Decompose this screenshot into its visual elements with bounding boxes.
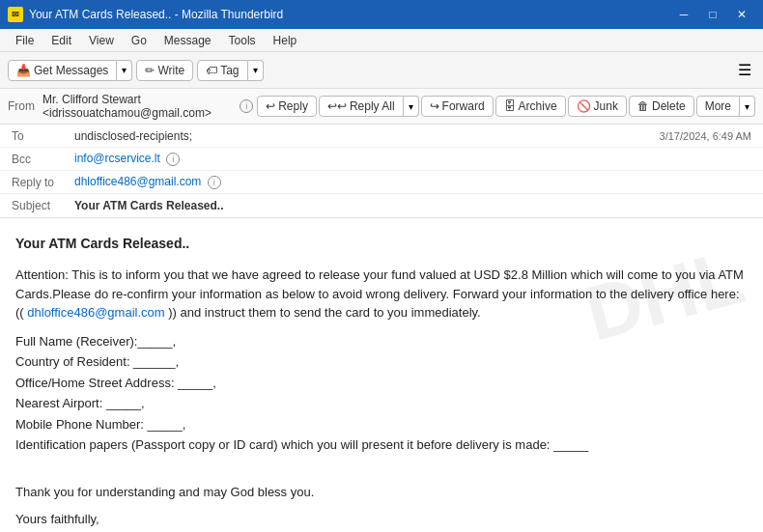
forward-button[interactable]: ↪ Forward <box>421 96 494 117</box>
action-buttons: ↩ Reply ↩↩ Reply All ▾ ↪ Forward 🗄 Archi… <box>257 96 755 117</box>
replyto-email-link[interactable]: dhloffice486@gmail.com <box>74 175 201 188</box>
menu-edit[interactable]: Edit <box>43 32 79 49</box>
date-value: 3/17/2024, 6:49 AM <box>660 130 751 142</box>
get-messages-dropdown[interactable]: ▾ <box>117 60 132 81</box>
more-label: More <box>705 99 731 113</box>
reply-all-group: ↩↩ Reply All ▾ <box>319 96 419 117</box>
write-button[interactable]: ✏ Write <box>136 60 193 81</box>
replyto-value: dhloffice486@gmail.com i <box>74 175 751 189</box>
tag-dropdown[interactable]: ▾ <box>248 60 264 81</box>
menu-go[interactable]: Go <box>124 32 155 49</box>
email-body: DHL Your ATM Cards Released.. Attention:… <box>0 218 763 532</box>
reply-all-dropdown[interactable]: ▾ <box>404 96 419 117</box>
get-messages-group: 📥 Get Messages ▾ <box>8 60 132 81</box>
archive-button[interactable]: 🗄 Archive <box>495 96 566 117</box>
reply-label: Reply <box>278 99 308 113</box>
delete-icon: 🗑 <box>637 99 649 113</box>
toolbar-menu-icon[interactable]: ☰ <box>734 57 755 83</box>
junk-button[interactable]: 🚫 Junk <box>568 96 627 117</box>
reply-button[interactable]: ↩ Reply <box>257 96 317 117</box>
titlebar: ✉ Your ATM Cards Released.. - Mozilla Th… <box>0 0 763 29</box>
delete-label: Delete <box>652 99 686 113</box>
menu-message[interactable]: Message <box>156 32 219 49</box>
bcc-label: Bcc <box>12 153 74 166</box>
junk-label: Junk <box>594 99 618 113</box>
write-icon: ✏ <box>145 64 155 77</box>
restore-button[interactable]: □ <box>699 5 726 24</box>
subject-value: Your ATM Cards Released.. <box>74 199 751 212</box>
menu-help[interactable]: Help <box>266 32 305 49</box>
delete-button[interactable]: 🗑 Delete <box>629 96 694 117</box>
closing-text: Thank you for understanding and may God … <box>15 485 314 499</box>
from-value: Mr. Clifford Stewart <idrissouatchamou@g… <box>42 93 233 120</box>
get-messages-icon: 📥 <box>16 64 31 77</box>
window-title: Your ATM Cards Released.. - Mozilla Thun… <box>29 8 670 21</box>
signature: Yours faithfully, Mr. Mark James Contact… <box>15 510 748 533</box>
tag-label: Tag <box>220 64 239 77</box>
bcc-row: Bcc info@rcservice.lt i <box>0 148 763 171</box>
to-value: undisclosed-recipients; <box>74 129 660 143</box>
write-label: Write <box>157 64 184 77</box>
get-messages-button[interactable]: 📥 Get Messages <box>8 60 117 81</box>
more-group: More ▾ <box>696 96 755 117</box>
body-closing: Thank you for understanding and may God … <box>15 464 748 502</box>
from-bar: From Mr. Clifford Stewart <idrissouatcha… <box>0 89 763 125</box>
window-controls: ─ □ ✕ <box>670 5 755 24</box>
archive-label: Archive <box>519 99 557 113</box>
bcc-email-link[interactable]: info@rcservice.lt <box>74 152 160 165</box>
archive-icon: 🗄 <box>504 99 516 113</box>
form-fields: Full Name (Receiver):_____, Country of R… <box>15 332 748 455</box>
more-button[interactable]: More <box>696 96 740 117</box>
tag-button[interactable]: 🏷 Tag <box>197 60 247 81</box>
to-label: To <box>12 129 74 143</box>
toolbar: 📥 Get Messages ▾ ✏ Write 🏷 Tag ▾ ☰ <box>0 52 763 89</box>
menu-tools[interactable]: Tools <box>221 32 264 49</box>
more-dropdown[interactable]: ▾ <box>740 96 755 117</box>
menu-file[interactable]: File <box>8 32 42 49</box>
replyto-info-icon[interactable]: i <box>208 176 221 189</box>
body-paragraph1: Attention: This is to inform you that we… <box>15 266 748 322</box>
reply-all-button[interactable]: ↩↩ Reply All <box>319 96 404 117</box>
reply-icon: ↩ <box>266 99 275 113</box>
subject-row: Subject Your ATM Cards Released.. <box>0 194 763 217</box>
form-line-5: Mobile Phone Number: _____, <box>15 415 748 434</box>
email-body-title: Your ATM Cards Released.. <box>15 234 748 254</box>
sender-info-icon[interactable]: i <box>240 99 253 113</box>
minimize-button[interactable]: ─ <box>670 5 697 24</box>
reply-all-icon: ↩↩ <box>327 99 347 113</box>
bcc-info-icon[interactable]: i <box>166 153 180 166</box>
sign1: Yours faithfully, <box>15 510 748 529</box>
reply-all-label: Reply All <box>350 99 395 113</box>
form-line-3: Office/Home Street Address: _____, <box>15 374 748 393</box>
to-row: To undisclosed-recipients; 3/17/2024, 6:… <box>0 125 763 148</box>
forward-icon: ↪ <box>430 99 439 113</box>
email-meta: To undisclosed-recipients; 3/17/2024, 6:… <box>0 125 763 218</box>
replyto-label: Reply to <box>12 176 74 189</box>
bcc-value: info@rcservice.lt i <box>74 152 751 166</box>
app-icon: ✉ <box>8 7 23 22</box>
menu-view[interactable]: View <box>81 32 122 49</box>
content-area: From Mr. Clifford Stewart <idrissouatcha… <box>0 89 763 532</box>
form-line-6: Identification papers (Passport copy or … <box>15 435 748 455</box>
from-label: From <box>8 99 35 113</box>
form-line-4: Nearest Airport: _____, <box>15 394 748 413</box>
sign2: Mr. Mark James <box>15 528 748 532</box>
forward-label: Forward <box>442 99 485 113</box>
tag-group: 🏷 Tag ▾ <box>197 60 263 81</box>
form-line-1: Full Name (Receiver):_____, <box>15 332 748 351</box>
junk-icon: 🚫 <box>577 99 591 113</box>
subject-label: Subject <box>12 199 74 212</box>
form-line-2: Country of Resident: ______, <box>15 352 748 372</box>
menubar: File Edit View Go Message Tools Help <box>0 29 763 52</box>
tag-icon: 🏷 <box>206 64 217 77</box>
body-email-link1[interactable]: dhloffice486@gmail.com <box>27 305 164 320</box>
replyto-row: Reply to dhloffice486@gmail.com i <box>0 171 763 194</box>
get-messages-label: Get Messages <box>34 64 108 77</box>
close-button[interactable]: ✕ <box>728 5 755 24</box>
